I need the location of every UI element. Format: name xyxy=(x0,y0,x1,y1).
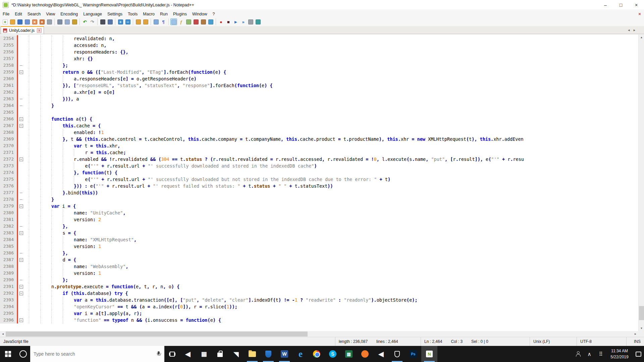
close-file-icon[interactable]: × xyxy=(31,18,38,25)
stop-recording-icon[interactable]: ■ xyxy=(225,18,232,25)
horizontal-scrollbar[interactable]: ◄ ► xyxy=(0,331,638,337)
vertical-scrollbar[interactable]: ▲ ▼ xyxy=(638,35,644,331)
media-player-taskbar-button[interactable]: ◀ xyxy=(373,346,389,362)
task-view-button[interactable] xyxy=(164,346,180,362)
menu-item-tools[interactable]: Tools xyxy=(125,11,140,17)
excel-taskbar-button[interactable]: ▥ xyxy=(341,346,357,362)
show-indent-guide-icon[interactable] xyxy=(170,18,177,25)
fold-margin[interactable]: − xyxy=(18,116,24,122)
fold-collapse-icon[interactable]: − xyxy=(19,158,23,161)
start-button[interactable] xyxy=(0,346,16,362)
zoom-in-icon[interactable]: + xyxy=(117,18,124,25)
tab-unityloader[interactable]: UnityLoader.js x xyxy=(1,26,44,34)
fold-margin[interactable]: − xyxy=(18,283,24,290)
fold-collapse-icon[interactable]: − xyxy=(19,292,23,295)
skype-taskbar-button[interactable]: S xyxy=(325,346,341,362)
clock[interactable]: 11:34 AM 5/22/2019 xyxy=(606,348,633,360)
run-macro-multiple-times-icon[interactable]: » xyxy=(240,18,247,25)
paste-icon[interactable] xyxy=(71,18,78,25)
action-center-button[interactable] xyxy=(633,346,644,362)
fold-margin[interactable]: − xyxy=(18,122,24,129)
redo-icon[interactable]: ↷ xyxy=(89,18,96,25)
word-taskbar-button[interactable]: W xyxy=(276,346,292,362)
photoshop-taskbar-button[interactable]: Ps xyxy=(405,346,421,362)
document-switcher-icon[interactable] xyxy=(193,18,199,25)
maximize-button[interactable]: □ xyxy=(613,0,629,10)
blender-taskbar-button[interactable] xyxy=(357,346,373,362)
menu-item-file[interactable]: File xyxy=(0,11,12,17)
close-all-files-icon[interactable]: × xyxy=(39,18,45,25)
mail-taskbar-button[interactable]: ◥ xyxy=(228,346,244,362)
microphone-icon[interactable] xyxy=(156,351,161,357)
fold-collapse-icon[interactable]: − xyxy=(19,258,23,262)
edge-taskbar-button[interactable]: e xyxy=(292,346,309,362)
new-file-icon[interactable]: + xyxy=(2,18,8,25)
save-all-icon[interactable] xyxy=(24,18,31,25)
scroll-down-icon[interactable]: ▼ xyxy=(639,325,644,331)
menu-item-plugins[interactable]: Plugins xyxy=(170,11,190,17)
zoom-out-icon[interactable]: − xyxy=(124,18,131,25)
fold-collapse-icon[interactable]: − xyxy=(19,124,23,128)
word-wrap-icon[interactable] xyxy=(153,18,159,25)
folder-as-workspace-icon[interactable] xyxy=(200,18,207,25)
notepadpp-taskbar-button[interactable]: N xyxy=(421,346,437,362)
undo-icon[interactable]: ↶ xyxy=(82,18,88,25)
fold-collapse-icon[interactable]: − xyxy=(19,285,23,289)
chrome-taskbar-button[interactable] xyxy=(309,346,325,362)
show-all-characters-icon[interactable]: ¶ xyxy=(160,18,167,25)
fold-margin[interactable]: − xyxy=(18,317,24,323)
menu-item-[interactable]: ? xyxy=(210,11,217,17)
cut-icon[interactable] xyxy=(56,18,63,25)
fold-margin[interactable]: − xyxy=(18,69,24,75)
close-button[interactable]: × xyxy=(629,0,644,10)
menu-item-window[interactable]: Window xyxy=(190,11,210,17)
find-icon[interactable] xyxy=(99,18,106,25)
replace-icon[interactable] xyxy=(107,18,113,25)
store-taskbar-button[interactable] xyxy=(212,346,228,362)
menu-item-edit[interactable]: Edit xyxy=(12,11,25,17)
sync-horizontal-scroll-icon[interactable] xyxy=(142,18,149,25)
horizontal-scroll-thumb[interactable] xyxy=(6,331,308,337)
status-eol[interactable]: Unix (LF) xyxy=(530,337,577,346)
fold-margin[interactable]: − xyxy=(18,230,24,236)
defender-taskbar-button[interactable] xyxy=(260,346,276,362)
sync-vertical-scroll-icon[interactable] xyxy=(135,18,142,25)
function-list-icon[interactable]: ƒ xyxy=(178,18,184,25)
copy-icon[interactable] xyxy=(64,18,70,25)
fold-margin[interactable]: − xyxy=(18,290,24,297)
minimize-button[interactable]: – xyxy=(598,0,613,10)
menu-item-macro[interactable]: Macro xyxy=(140,11,157,17)
print-icon[interactable] xyxy=(46,18,53,25)
menu-item-search[interactable]: Search xyxy=(25,11,44,17)
search-box[interactable] xyxy=(30,346,164,362)
close-document-icon[interactable]: × xyxy=(637,11,643,16)
tab-scroll-left-icon[interactable]: ◄ xyxy=(626,28,632,33)
scroll-left-icon[interactable]: ◄ xyxy=(0,331,6,337)
tray-grid-icon[interactable]: ⠿ xyxy=(595,346,606,362)
security-shield-taskbar-button[interactable] xyxy=(389,346,405,362)
open-file-icon[interactable] xyxy=(9,18,16,25)
tab-scroll-right-icon[interactable]: ► xyxy=(632,28,637,33)
search-input[interactable] xyxy=(34,351,156,357)
search-results-window-icon[interactable] xyxy=(255,18,261,25)
editor[interactable]: 2354 revalidated: n,2355 accessed: n,235… xyxy=(0,35,638,331)
tab-close-icon[interactable]: x xyxy=(37,28,42,33)
document-map-icon[interactable] xyxy=(185,18,192,25)
save-file-icon[interactable] xyxy=(16,18,23,25)
playback-macro-icon[interactable]: ► xyxy=(232,18,239,25)
scroll-up-icon[interactable]: ▲ xyxy=(639,35,644,40)
menu-item-run[interactable]: Run xyxy=(157,11,170,17)
menu-item-settings[interactable]: Settings xyxy=(105,11,125,17)
calculator-taskbar-button[interactable]: ▦ xyxy=(196,346,212,362)
fold-collapse-icon[interactable]: − xyxy=(19,318,23,322)
fold-collapse-icon[interactable]: − xyxy=(19,204,23,208)
record-macro-icon[interactable]: ● xyxy=(218,18,224,25)
save-recorded-macro-icon[interactable] xyxy=(247,18,254,25)
status-insert-mode[interactable]: INS xyxy=(627,337,644,346)
file-monitoring-icon[interactable] xyxy=(207,18,214,25)
show-hidden-icons-button[interactable]: ∧ xyxy=(584,346,595,362)
menu-item-encoding[interactable]: Encoding xyxy=(58,11,80,17)
fold-margin[interactable]: − xyxy=(18,256,24,263)
fold-collapse-icon[interactable]: − xyxy=(19,70,23,74)
vertical-scroll-thumb[interactable] xyxy=(639,306,644,320)
